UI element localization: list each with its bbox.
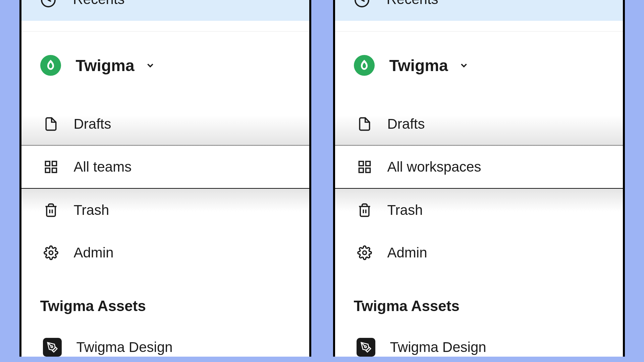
org-name-label: Twigma: [76, 56, 135, 75]
gear-icon: [43, 245, 59, 261]
clock-icon: [40, 0, 56, 8]
drafts-label: Drafts: [74, 116, 111, 132]
sidebar-panel-left: Recents Twigma Drafts All teams: [19, 0, 311, 357]
nav-list: Drafts All teams Trash Admin: [21, 103, 309, 274]
grid-icon: [357, 159, 373, 175]
gear-icon: [357, 245, 373, 261]
nav-item-admin[interactable]: Admin: [21, 231, 309, 274]
svg-point-17: [364, 346, 366, 348]
recents-label: Recents: [387, 0, 438, 7]
nav-item-trash[interactable]: Trash: [21, 188, 309, 231]
trash-icon: [357, 202, 373, 218]
pen-icon: [43, 338, 62, 357]
recents-label: Recents: [73, 0, 125, 7]
svg-point-16: [363, 251, 366, 255]
chevron-down-icon: [145, 60, 155, 70]
asset-item-design[interactable]: Twigma Design: [335, 314, 623, 357]
admin-label: Admin: [74, 245, 114, 261]
svg-rect-2: [52, 161, 56, 166]
asset-design-label: Twigma Design: [390, 339, 486, 355]
sidebar-panel-right: Recents Twigma Drafts All workspaces: [333, 0, 625, 357]
nav-item-all-teams[interactable]: All teams: [21, 145, 309, 188]
svg-rect-13: [359, 168, 363, 172]
trash-label: Trash: [387, 202, 423, 218]
svg-rect-11: [366, 161, 370, 166]
svg-rect-10: [359, 161, 363, 166]
nav-item-trash[interactable]: Trash: [335, 188, 623, 231]
org-logo-icon: [40, 55, 61, 76]
nav-item-all-workspaces[interactable]: All workspaces: [335, 145, 623, 188]
spacer: [21, 21, 309, 31]
chevron-down-icon: [459, 60, 469, 70]
trash-label: Trash: [74, 202, 109, 218]
assets-heading: Twigma Assets: [335, 274, 623, 314]
file-icon: [43, 116, 59, 132]
org-switcher[interactable]: Twigma: [335, 32, 623, 76]
all-workspaces-label: All workspaces: [387, 159, 481, 175]
svg-point-9: [355, 0, 369, 7]
admin-label: Admin: [387, 245, 427, 261]
svg-rect-4: [45, 168, 50, 172]
org-name-label: Twigma: [389, 56, 448, 75]
nav-item-drafts[interactable]: Drafts: [21, 103, 309, 145]
trash-icon: [43, 202, 59, 218]
clock-icon: [354, 0, 370, 8]
nav-item-recents[interactable]: Recents: [21, 0, 309, 21]
assets-heading: Twigma Assets: [21, 274, 309, 314]
spacer: [335, 21, 623, 31]
asset-design-label: Twigma Design: [76, 339, 173, 355]
nav-item-recents[interactable]: Recents: [335, 0, 623, 21]
drafts-label: Drafts: [387, 116, 425, 132]
file-icon: [357, 116, 373, 132]
svg-rect-1: [45, 161, 50, 166]
pen-icon: [357, 338, 375, 357]
all-teams-label: All teams: [74, 159, 132, 175]
asset-item-design[interactable]: Twigma Design: [21, 314, 309, 357]
svg-rect-3: [52, 168, 56, 172]
svg-rect-12: [366, 168, 370, 172]
org-logo-icon: [354, 55, 375, 76]
nav-item-admin[interactable]: Admin: [335, 231, 623, 274]
svg-point-0: [42, 0, 55, 7]
nav-item-drafts[interactable]: Drafts: [335, 103, 623, 145]
nav-list: Drafts All workspaces Trash Admin: [335, 103, 623, 274]
svg-point-8: [51, 346, 53, 348]
grid-icon: [43, 159, 59, 175]
svg-point-7: [49, 251, 53, 255]
org-switcher[interactable]: Twigma: [21, 32, 309, 76]
